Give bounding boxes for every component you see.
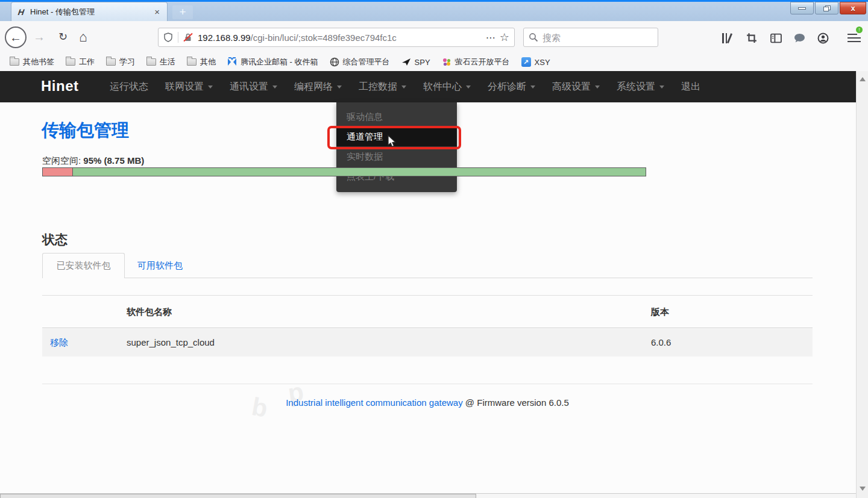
bookmark-label: XSY	[535, 58, 550, 67]
chevron-down-icon	[595, 86, 600, 89]
messages-button[interactable]	[791, 30, 807, 46]
page-content: Hinet 运行状态 联网设置 通讯设置 编程网络 工控数据 软件中心 分析诊断…	[0, 71, 856, 498]
bookmark-item[interactable]: 腾讯企业邮箱 - 收件箱	[227, 57, 318, 67]
nav-item-network-settings[interactable]: 联网设置	[157, 81, 221, 93]
nav-item-logout[interactable]: 退出	[673, 81, 709, 93]
search-input[interactable]	[542, 33, 639, 43]
bookmark-folder[interactable]: 其他	[187, 57, 216, 67]
url-fade	[454, 33, 482, 43]
restore-button[interactable]	[815, 2, 838, 14]
tab-installed-packages[interactable]: 已安装软件包	[42, 253, 125, 278]
mail-icon	[227, 57, 237, 67]
horizontal-scrollbar[interactable]	[0, 493, 856, 498]
tracking-shield-icon[interactable]	[163, 33, 173, 42]
sidebar-button[interactable]	[768, 30, 784, 46]
urlbar-divider	[178, 32, 178, 43]
page-actions-icon[interactable]: ⋯	[486, 32, 496, 43]
close-icon: x	[851, 4, 855, 13]
browser-tab[interactable]: H Hinet - 传输包管理 ×	[11, 2, 168, 21]
folder-icon	[106, 58, 116, 66]
scroll-up-icon[interactable]	[860, 77, 866, 81]
xsy-icon: ↗	[521, 57, 531, 67]
nav-item-programming-network[interactable]: 编程网络	[286, 81, 350, 93]
minimize-button[interactable]	[790, 2, 814, 14]
footer-link[interactable]: Industrial intelligent communication gat…	[286, 397, 463, 408]
tab-title: Hinet - 传输包管理	[30, 7, 152, 17]
account-icon	[817, 33, 829, 44]
bookmark-folder[interactable]: 工作	[66, 57, 95, 67]
status-heading: 状态	[42, 231, 68, 248]
used-space-segment	[43, 168, 73, 176]
package-tabs: 已安装软件包 可用软件包	[42, 253, 813, 278]
free-space-value: 95% (8.75 MB)	[83, 155, 144, 166]
search-bar[interactable]	[523, 28, 658, 47]
bookmark-item[interactable]: ↗ XSY	[521, 57, 550, 67]
footer-text: @ Firmware version 6.0.5	[465, 397, 569, 408]
home-icon: ⌂	[79, 29, 87, 45]
bookmark-folder[interactable]: 生活	[146, 57, 175, 67]
bookmark-label: 其他书签	[23, 57, 54, 67]
horizontal-scrollbar-thumb[interactable]	[0, 494, 476, 498]
bookmark-item[interactable]: SPY	[401, 57, 430, 67]
url-bar[interactable]: 192.168.9.99/cgi-bin/luci/;stok=489fe39e…	[158, 28, 515, 47]
bookmark-label: 综合管理平台	[343, 57, 390, 67]
chevron-down-icon	[208, 86, 213, 89]
tab-close-icon[interactable]: ×	[152, 7, 162, 17]
nav-item-industrial-data[interactable]: 工控数据	[350, 81, 415, 93]
menu-item-driver-info[interactable]: 驱动信息	[336, 107, 457, 126]
mouse-cursor-icon	[386, 135, 398, 149]
bookmark-label: 其他	[200, 57, 216, 67]
site-nav-items: 运行状态 联网设置 通讯设置 编程网络 工控数据 软件中心 分析诊断 高级设置 …	[101, 71, 709, 102]
library-button[interactable]	[719, 30, 734, 46]
watermark: b	[250, 392, 270, 423]
restore-icon	[823, 5, 831, 11]
forward-button[interactable]: →	[33, 30, 45, 44]
bookmark-item[interactable]: 综合管理平台	[330, 57, 390, 67]
vertical-scrollbar[interactable]	[856, 71, 868, 498]
remove-link[interactable]: 移除	[50, 337, 68, 349]
close-button[interactable]: x	[840, 2, 866, 14]
url-text[interactable]: 192.168.9.99/cgi-bin/luci/;stok=489fe39e…	[198, 33, 482, 43]
window-controls: x	[790, 2, 866, 14]
column-header-version: 版本	[651, 307, 669, 318]
table-header-row: 软件包名称 版本	[42, 295, 813, 328]
url-path: /cgi-bin/luci/;stok=489fe39ec794fc1c	[251, 33, 397, 43]
crop-icon	[746, 33, 757, 43]
reload-button[interactable]: ↻	[58, 30, 68, 43]
scroll-down-icon[interactable]	[860, 487, 866, 491]
table-row: 移除 super_json_tcp_cloud 6.0.6	[42, 329, 813, 356]
screenshot-button[interactable]	[744, 30, 760, 46]
bookmarks-bar: 其他书签 工作 学习 生活 其他 腾讯企业邮箱 - 收件箱 综合管理平台 SPY…	[0, 53, 868, 71]
nav-item-comm-settings[interactable]: 通讯设置	[221, 81, 286, 93]
home-button[interactable]: ⌂	[79, 29, 87, 45]
bookmark-star-icon[interactable]: ☆	[500, 31, 509, 44]
account-button[interactable]	[815, 30, 831, 46]
update-badge-icon: ↑	[855, 25, 864, 34]
free-space-progressbar	[42, 167, 646, 176]
site-navbar: Hinet 运行状态 联网设置 通讯设置 编程网络 工控数据 软件中心 分析诊断…	[0, 71, 856, 102]
nav-item-advanced-settings[interactable]: 高级设置	[544, 81, 608, 93]
nav-item-diagnostics[interactable]: 分析诊断	[479, 81, 544, 93]
page-footer: Industrial intelligent communication gat…	[42, 397, 813, 408]
chevron-down-icon	[401, 86, 406, 89]
bookmark-item[interactable]: 萤石云开放平台	[442, 57, 510, 67]
tab-available-packages[interactable]: 可用软件包	[137, 253, 183, 278]
ezviz-icon	[442, 57, 451, 67]
search-icon	[529, 33, 538, 42]
bookmark-folder[interactable]: 学习	[106, 57, 135, 67]
minimize-icon	[798, 7, 806, 10]
nav-item-system-settings[interactable]: 系统设置	[608, 81, 673, 93]
site-brand[interactable]: Hinet	[41, 78, 79, 95]
chevron-down-icon	[659, 86, 664, 89]
reload-icon: ↻	[58, 31, 68, 43]
site-favicon-icon: H	[16, 7, 27, 17]
chevron-down-icon	[272, 86, 277, 89]
back-icon: ←	[10, 31, 22, 45]
bookmark-folder[interactable]: 其他书签	[10, 57, 54, 67]
bookmark-label: 萤石云开放平台	[455, 57, 510, 67]
new-tab-button[interactable]: +	[172, 5, 193, 19]
insecure-lock-icon[interactable]	[183, 33, 193, 42]
nav-item-software-center[interactable]: 软件中心	[415, 81, 479, 93]
back-button[interactable]: ←	[5, 26, 27, 48]
nav-item-running-status[interactable]: 运行状态	[101, 81, 157, 93]
